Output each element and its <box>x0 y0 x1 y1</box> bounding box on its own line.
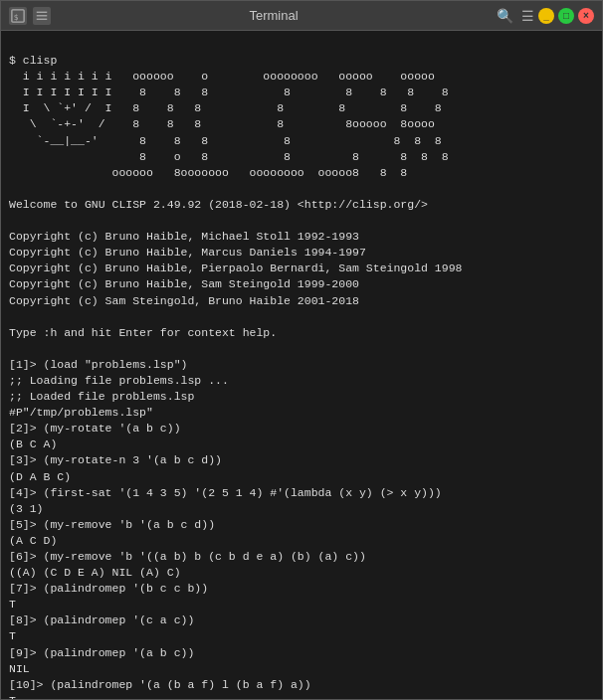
svg-rect-4 <box>37 18 48 19</box>
svg-text:$: $ <box>14 12 19 21</box>
menu-dots-icon[interactable]: ☰ <box>521 8 534 24</box>
terminal-text: $ clisp i i i i i i i oooooo o oooooooo … <box>9 54 462 699</box>
minimize-button[interactable]: _ <box>538 8 554 24</box>
maximize-button[interactable]: □ <box>558 8 574 24</box>
titlebar-right: 🔍 ☰ _ □ × <box>497 8 594 24</box>
menu-icon[interactable] <box>33 7 51 25</box>
close-button[interactable]: × <box>578 8 594 24</box>
svg-rect-2 <box>37 11 48 12</box>
titlebar: $ Terminal 🔍 ☰ _ □ × <box>1 1 602 31</box>
terminal-output[interactable]: $ clisp i i i i i i i oooooo o oooooooo … <box>1 31 602 699</box>
search-icon[interactable]: 🔍 <box>497 8 513 24</box>
window-title: Terminal <box>51 8 497 23</box>
toolbar-icons: 🔍 ☰ <box>497 8 534 24</box>
svg-rect-3 <box>37 15 48 16</box>
app-icon: $ <box>9 7 27 25</box>
titlebar-left: $ <box>9 7 51 25</box>
